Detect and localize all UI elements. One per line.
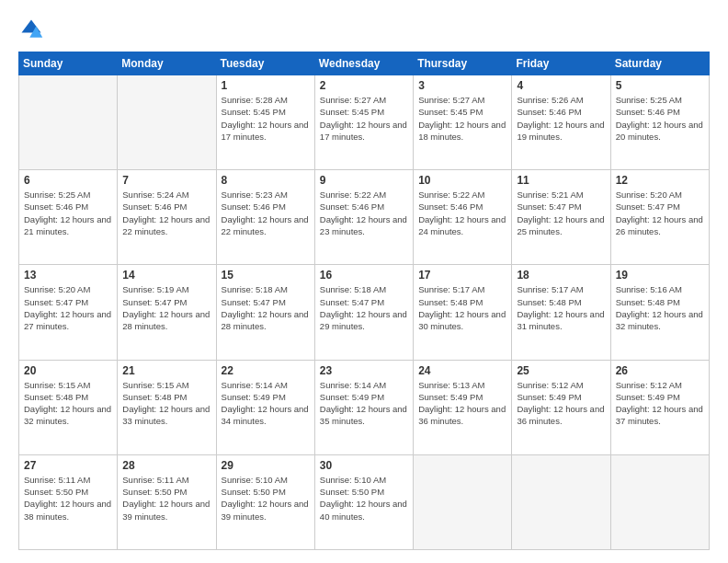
day-cell — [610, 454, 709, 549]
day-info: Sunrise: 5:12 AM Sunset: 5:49 PM Dayligh… — [616, 379, 704, 428]
day-cell: 27Sunrise: 5:11 AM Sunset: 5:50 PM Dayli… — [19, 454, 118, 549]
day-cell: 22Sunrise: 5:14 AM Sunset: 5:49 PM Dayli… — [216, 360, 314, 454]
day-number: 9 — [320, 174, 408, 187]
day-cell: 19Sunrise: 5:16 AM Sunset: 5:48 PM Dayli… — [610, 265, 709, 360]
day-number: 8 — [222, 174, 310, 187]
day-number: 25 — [517, 364, 605, 377]
day-cell — [19, 75, 118, 170]
col-header-thursday: Thursday — [414, 52, 512, 75]
day-info: Sunrise: 5:10 AM Sunset: 5:50 PM Dayligh… — [222, 474, 310, 523]
day-number: 29 — [222, 459, 310, 472]
day-cell: 28Sunrise: 5:11 AM Sunset: 5:50 PM Dayli… — [118, 454, 216, 549]
day-cell: 10Sunrise: 5:22 AM Sunset: 5:46 PM Dayli… — [414, 170, 512, 265]
day-cell: 11Sunrise: 5:21 AM Sunset: 5:47 PM Dayli… — [512, 170, 610, 265]
day-info: Sunrise: 5:20 AM Sunset: 5:47 PM Dayligh… — [24, 283, 112, 332]
day-info: Sunrise: 5:11 AM Sunset: 5:50 PM Dayligh… — [122, 474, 210, 523]
day-number: 20 — [24, 364, 112, 377]
day-number: 26 — [616, 364, 704, 377]
week-row-2: 6Sunrise: 5:25 AM Sunset: 5:46 PM Daylig… — [19, 170, 710, 265]
week-row-3: 13Sunrise: 5:20 AM Sunset: 5:47 PM Dayli… — [19, 265, 710, 360]
day-info: Sunrise: 5:16 AM Sunset: 5:48 PM Dayligh… — [616, 283, 704, 332]
day-info: Sunrise: 5:27 AM Sunset: 5:45 PM Dayligh… — [418, 94, 506, 143]
day-info: Sunrise: 5:14 AM Sunset: 5:49 PM Dayligh… — [222, 379, 310, 428]
day-cell: 21Sunrise: 5:15 AM Sunset: 5:48 PM Dayli… — [118, 360, 216, 454]
day-cell — [414, 454, 512, 549]
day-cell — [118, 75, 216, 170]
day-cell: 13Sunrise: 5:20 AM Sunset: 5:47 PM Dayli… — [19, 265, 118, 360]
day-cell: 26Sunrise: 5:12 AM Sunset: 5:49 PM Dayli… — [610, 360, 709, 454]
day-info: Sunrise: 5:22 AM Sunset: 5:46 PM Dayligh… — [320, 189, 408, 237]
day-info: Sunrise: 5:25 AM Sunset: 5:46 PM Dayligh… — [24, 189, 112, 237]
header-row: SundayMondayTuesdayWednesdayThursdayFrid… — [19, 52, 710, 75]
day-info: Sunrise: 5:15 AM Sunset: 5:48 PM Dayligh… — [122, 379, 210, 428]
day-number: 27 — [24, 459, 112, 472]
day-info: Sunrise: 5:22 AM Sunset: 5:46 PM Dayligh… — [418, 189, 506, 237]
week-row-4: 20Sunrise: 5:15 AM Sunset: 5:48 PM Dayli… — [19, 360, 710, 454]
day-cell: 30Sunrise: 5:10 AM Sunset: 5:50 PM Dayli… — [314, 454, 413, 549]
logo-icon — [18, 17, 44, 42]
day-info: Sunrise: 5:20 AM Sunset: 5:47 PM Dayligh… — [616, 189, 704, 237]
day-number: 5 — [616, 79, 704, 92]
day-cell: 23Sunrise: 5:14 AM Sunset: 5:49 PM Dayli… — [314, 360, 413, 454]
col-header-friday: Friday — [512, 52, 610, 75]
day-cell: 12Sunrise: 5:20 AM Sunset: 5:47 PM Dayli… — [610, 170, 709, 265]
page: SundayMondayTuesdayWednesdayThursdayFrid… — [0, 0, 728, 563]
day-cell: 4Sunrise: 5:26 AM Sunset: 5:46 PM Daylig… — [512, 75, 610, 170]
day-info: Sunrise: 5:23 AM Sunset: 5:46 PM Dayligh… — [222, 189, 310, 237]
day-info: Sunrise: 5:17 AM Sunset: 5:48 PM Dayligh… — [517, 283, 605, 332]
day-number: 10 — [418, 174, 506, 187]
col-header-monday: Monday — [118, 52, 216, 75]
day-info: Sunrise: 5:15 AM Sunset: 5:48 PM Dayligh… — [24, 379, 112, 428]
day-cell: 1Sunrise: 5:28 AM Sunset: 5:45 PM Daylig… — [216, 75, 314, 170]
day-info: Sunrise: 5:14 AM Sunset: 5:49 PM Dayligh… — [320, 379, 408, 428]
day-cell: 8Sunrise: 5:23 AM Sunset: 5:46 PM Daylig… — [216, 170, 314, 265]
day-cell: 16Sunrise: 5:18 AM Sunset: 5:47 PM Dayli… — [314, 265, 413, 360]
day-info: Sunrise: 5:12 AM Sunset: 5:49 PM Dayligh… — [517, 379, 605, 428]
day-info: Sunrise: 5:13 AM Sunset: 5:49 PM Dayligh… — [418, 379, 506, 428]
day-cell: 17Sunrise: 5:17 AM Sunset: 5:48 PM Dayli… — [414, 265, 512, 360]
day-info: Sunrise: 5:21 AM Sunset: 5:47 PM Dayligh… — [517, 189, 605, 237]
col-header-sunday: Sunday — [19, 52, 118, 75]
day-number: 24 — [418, 364, 506, 377]
day-cell: 29Sunrise: 5:10 AM Sunset: 5:50 PM Dayli… — [216, 454, 314, 549]
header — [18, 17, 710, 42]
day-number: 4 — [517, 79, 605, 92]
day-number: 14 — [122, 269, 210, 282]
day-number: 16 — [320, 269, 408, 282]
day-number: 21 — [122, 364, 210, 377]
day-cell: 20Sunrise: 5:15 AM Sunset: 5:48 PM Dayli… — [19, 360, 118, 454]
day-number: 1 — [222, 79, 310, 92]
day-info: Sunrise: 5:18 AM Sunset: 5:47 PM Dayligh… — [222, 283, 310, 332]
day-number: 6 — [24, 174, 112, 187]
day-cell: 7Sunrise: 5:24 AM Sunset: 5:46 PM Daylig… — [118, 170, 216, 265]
day-cell: 25Sunrise: 5:12 AM Sunset: 5:49 PM Dayli… — [512, 360, 610, 454]
day-cell — [512, 454, 610, 549]
day-number: 13 — [24, 269, 112, 282]
day-number: 7 — [122, 174, 210, 187]
day-info: Sunrise: 5:26 AM Sunset: 5:46 PM Dayligh… — [517, 94, 605, 143]
day-number: 12 — [616, 174, 704, 187]
day-info: Sunrise: 5:11 AM Sunset: 5:50 PM Dayligh… — [24, 474, 112, 523]
col-header-tuesday: Tuesday — [216, 52, 314, 75]
week-row-1: 1Sunrise: 5:28 AM Sunset: 5:45 PM Daylig… — [19, 75, 710, 170]
day-info: Sunrise: 5:25 AM Sunset: 5:46 PM Dayligh… — [616, 94, 704, 143]
logo — [18, 17, 48, 42]
day-number: 3 — [418, 79, 506, 92]
day-number: 30 — [320, 459, 408, 472]
day-number: 19 — [616, 269, 704, 282]
day-cell: 18Sunrise: 5:17 AM Sunset: 5:48 PM Dayli… — [512, 265, 610, 360]
calendar-table: SundayMondayTuesdayWednesdayThursdayFrid… — [18, 52, 710, 550]
day-cell: 2Sunrise: 5:27 AM Sunset: 5:45 PM Daylig… — [314, 75, 413, 170]
day-info: Sunrise: 5:18 AM Sunset: 5:47 PM Dayligh… — [320, 283, 408, 332]
day-info: Sunrise: 5:27 AM Sunset: 5:45 PM Dayligh… — [320, 94, 408, 143]
day-number: 28 — [122, 459, 210, 472]
day-info: Sunrise: 5:28 AM Sunset: 5:45 PM Dayligh… — [222, 94, 310, 143]
day-number: 15 — [222, 269, 310, 282]
day-number: 11 — [517, 174, 605, 187]
day-info: Sunrise: 5:17 AM Sunset: 5:48 PM Dayligh… — [418, 283, 506, 332]
day-number: 2 — [320, 79, 408, 92]
day-cell: 15Sunrise: 5:18 AM Sunset: 5:47 PM Dayli… — [216, 265, 314, 360]
day-info: Sunrise: 5:24 AM Sunset: 5:46 PM Dayligh… — [122, 189, 210, 237]
day-cell: 9Sunrise: 5:22 AM Sunset: 5:46 PM Daylig… — [314, 170, 413, 265]
week-row-5: 27Sunrise: 5:11 AM Sunset: 5:50 PM Dayli… — [19, 454, 710, 549]
